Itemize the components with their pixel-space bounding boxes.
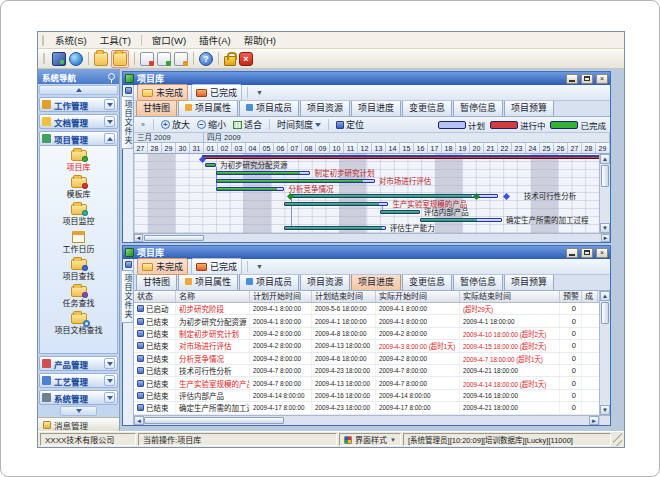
locate-button[interactable]: 定位 xyxy=(334,118,366,131)
gantt-filter-0[interactable]: 未完成 xyxy=(137,84,188,101)
column-header-6[interactable]: 预警 xyxy=(560,291,582,302)
toolbar-overflow-button[interactable]: ▼ xyxy=(253,89,266,96)
maximize-button[interactable] xyxy=(581,248,593,258)
table-vscrollbar[interactable]: ▲▼ xyxy=(599,291,610,415)
menu-item-2[interactable]: 窗口(W) xyxy=(146,32,192,48)
scroll-down-arrow[interactable]: ▼ xyxy=(600,405,610,415)
table-hscrollbar[interactable]: ◄ ► xyxy=(134,415,610,425)
table-filter-0[interactable]: 未完成 xyxy=(137,258,188,275)
table-tab-0[interactable]: 甘特图 xyxy=(136,275,177,290)
gantt-tab-4[interactable]: 项目进度 xyxy=(351,101,401,116)
mail-new-icon[interactable] xyxy=(140,52,154,66)
gantt-tab-2[interactable]: 项目成员 xyxy=(239,101,299,116)
gantt-hscrollbar[interactable]: ◄ ► xyxy=(134,233,610,242)
table-row-0[interactable]: 已启动初步研究阶段2009-4-1 8:00:002009-5-6 18:00:… xyxy=(134,303,599,315)
scroll-thumb[interactable] xyxy=(144,235,204,241)
table-row-7[interactable]: 已结束评估内部产品2009-4-14 8:00:002009-4-16 18:0… xyxy=(134,390,599,402)
table-row-5[interactable]: 已结束技术可行性分析2009-4-7 8:00:002009-4-23 18:0… xyxy=(134,365,599,377)
gantt-tab-7[interactable]: 项目预算 xyxy=(504,101,554,116)
scroll-left-arrow[interactable]: ◄ xyxy=(134,234,143,242)
menu-item-1[interactable]: 工具(T) xyxy=(94,32,137,48)
table-tab-1[interactable]: 项目属性 xyxy=(178,275,238,290)
group-expand-button[interactable] xyxy=(104,358,115,369)
table-row-4[interactable]: 已结束分析竞争情况2009-4-2 8:00:002009-4-6 18:00:… xyxy=(134,353,599,365)
task-bar[interactable] xyxy=(380,210,420,214)
remote-desktop-icon[interactable] xyxy=(52,52,66,66)
table-tab-6[interactable]: 暂停信息 xyxy=(453,275,503,290)
column-header-7[interactable]: 成 xyxy=(582,291,598,302)
gantt-tab-3[interactable]: 项目资源 xyxy=(300,101,350,116)
folder-open-icon[interactable] xyxy=(113,52,127,66)
task-bar[interactable] xyxy=(284,226,385,230)
task-bar[interactable] xyxy=(420,218,502,222)
help-icon[interactable]: ? xyxy=(199,52,213,66)
task-bar[interactable] xyxy=(216,171,310,175)
group-expand-button[interactable] xyxy=(104,116,115,127)
close-button[interactable]: × xyxy=(596,248,608,258)
table-tab-3[interactable]: 项目资源 xyxy=(300,275,350,290)
scroll-track[interactable] xyxy=(144,416,589,425)
lock-icon[interactable] xyxy=(224,56,236,66)
sidebar-item-3[interactable]: 工作日历 xyxy=(40,229,117,257)
minimize-button[interactable] xyxy=(566,248,578,258)
zoom-in-button[interactable]: +放大 xyxy=(159,118,192,131)
minimize-button[interactable] xyxy=(566,74,578,84)
fit-button[interactable]: 适合 xyxy=(231,118,264,131)
maximize-button[interactable] xyxy=(581,74,593,84)
group-expand-button[interactable] xyxy=(104,392,115,403)
scroll-down-arrow[interactable]: ▼ xyxy=(600,223,610,233)
table-tab-5[interactable]: 变更信息 xyxy=(402,275,452,290)
column-header-0[interactable]: 状态 xyxy=(134,291,176,302)
sidebar-group-bottom-0[interactable]: 产品管理 xyxy=(39,356,118,371)
sidebar-item-4[interactable]: 项目查找 xyxy=(40,257,117,284)
group-expand-button[interactable] xyxy=(104,99,115,110)
sidebar-tab-messages[interactable]: 消息管理 xyxy=(38,417,119,431)
task-bar[interactable] xyxy=(216,187,284,191)
table-row-8[interactable]: 已结束确定生产所需的加工过程2009-4-17 8:00:002009-4-23… xyxy=(134,402,599,414)
column-header-4[interactable]: 实际开始时间 xyxy=(376,291,460,302)
table-row-3[interactable]: 已结束对市场进行评估2009-4-2 8:00:002009-4-13 18:0… xyxy=(134,340,599,352)
table-row-1[interactable]: 已结束为初步研究分配资源2009-4-1 8:00:002009-4-1 18:… xyxy=(134,315,599,327)
timescale-dropdown[interactable]: 时间刻度 xyxy=(275,118,323,131)
scroll-left-arrow[interactable]: ◄ xyxy=(134,416,144,425)
ui-style-dropdown[interactable]: 界面样式 ▼ xyxy=(339,433,401,446)
gantt-tab-1[interactable]: 项目属性 xyxy=(178,101,238,116)
sidebar-group-bottom-1[interactable]: 工艺管理 xyxy=(39,373,118,388)
scroll-up-arrow[interactable]: ▲ xyxy=(600,291,610,301)
column-header-2[interactable]: 计划开始时间 xyxy=(250,291,312,302)
scroll-thumb[interactable] xyxy=(144,417,284,424)
pushpin-icon[interactable] xyxy=(108,73,115,80)
menu-item-3[interactable]: 插件(A) xyxy=(193,32,237,48)
mail-open-icon[interactable] xyxy=(157,52,171,66)
mail-flag-icon[interactable] xyxy=(174,52,188,66)
close-button[interactable]: × xyxy=(596,74,608,84)
task-bar[interactable] xyxy=(205,163,216,167)
column-header-5[interactable]: 实际结束时间 xyxy=(460,291,560,302)
sidebar-item-2[interactable]: 项目监控 xyxy=(40,202,117,229)
task-bar[interactable] xyxy=(290,194,498,198)
column-header-3[interactable]: 计划结束时间 xyxy=(312,291,376,302)
exit-icon[interactable]: × xyxy=(239,52,253,66)
scroll-up-arrow[interactable]: ▲ xyxy=(600,154,610,164)
menu-item-4[interactable]: 帮助(H) xyxy=(238,32,282,48)
table-tab-4[interactable]: 项目进度 xyxy=(351,275,401,290)
folder-panel-tab[interactable]: 项目文件夹 xyxy=(123,85,134,242)
sidebar-group-top-1[interactable]: 文档管理 xyxy=(39,114,118,129)
menu-item-0[interactable]: 系统(S) xyxy=(49,32,93,48)
summary-bar[interactable] xyxy=(202,155,599,159)
sidebar-group-bottom-2[interactable]: 系统管理 xyxy=(39,390,118,405)
scroll-right-arrow[interactable]: ► xyxy=(589,416,599,425)
folder-closed-icon[interactable] xyxy=(94,52,108,66)
gantt-tab-6[interactable]: 暂停信息 xyxy=(453,101,503,116)
sidebar-item-5[interactable]: 任务查找 xyxy=(40,284,117,311)
sidebar-item-6[interactable]: 项目文档查找 xyxy=(40,311,117,338)
scroll-thumb[interactable] xyxy=(601,302,609,324)
group-expand-button[interactable] xyxy=(104,133,115,144)
group-expand-button[interactable] xyxy=(104,375,115,386)
column-header-1[interactable]: 名称 xyxy=(176,291,250,302)
scroll-thumb[interactable] xyxy=(601,165,609,187)
resize-grip[interactable] xyxy=(613,433,622,446)
table-filter-1[interactable]: 已完成 xyxy=(191,258,242,275)
sidebar-overflow-button[interactable] xyxy=(60,406,97,416)
toolbar-overflow-button[interactable]: » xyxy=(138,121,148,128)
